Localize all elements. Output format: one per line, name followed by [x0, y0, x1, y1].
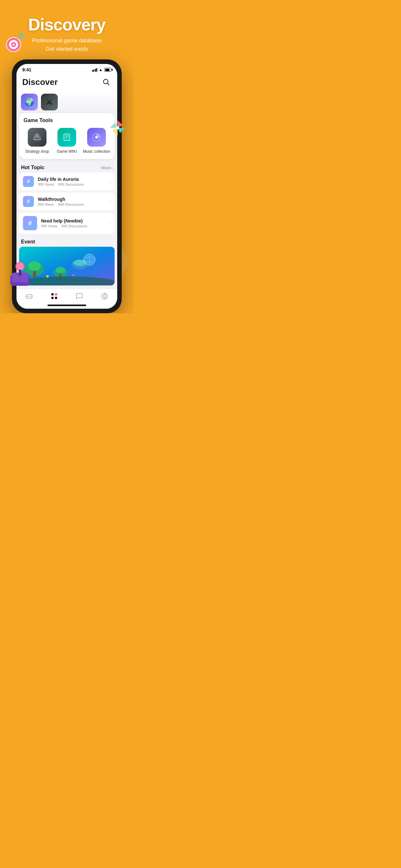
game-wiki-icon	[58, 128, 76, 147]
svg-rect-59	[19, 270, 21, 276]
svg-rect-48	[55, 293, 57, 296]
strategy-shop-icon	[28, 128, 47, 147]
game-tools-card: Game Tools Strategy shop	[19, 113, 115, 159]
hero-title: Discovery	[6, 16, 127, 34]
topic-name-3: Need help (Newbie)	[41, 218, 105, 223]
hot-topic-more[interactable]: More ›	[101, 165, 113, 170]
topic-stats-1: 999 Views 999 Discussions	[38, 182, 105, 186]
signal-bars-icon	[92, 68, 97, 72]
svg-rect-50	[55, 297, 57, 299]
topic-item-1[interactable]: # Daily life in Auroria 999 Views 999 Di…	[19, 173, 115, 190]
topic-chevron-1: ›	[109, 179, 111, 184]
game-thumb-2[interactable]: ⚔	[41, 94, 58, 111]
svg-point-45	[30, 296, 31, 297]
svg-point-13	[116, 126, 119, 129]
event-title: Event	[21, 239, 35, 245]
topic-chevron-2: ›	[109, 199, 111, 204]
svg-point-52	[103, 295, 106, 298]
svg-point-46	[31, 297, 31, 297]
music-collection-icon	[87, 128, 106, 147]
game-tools-title: Game Tools	[22, 118, 112, 123]
phone-wrapper: 9:41 ▲ Discover	[12, 59, 122, 313]
topic-stats-2: 999 Views 999 Discussions	[38, 203, 105, 206]
joystick-decoration	[9, 258, 35, 287]
nav-item-profile[interactable]	[92, 292, 117, 300]
pinwheel-icon	[107, 118, 128, 138]
strategy-shop-label: Strategy shop	[25, 149, 49, 154]
svg-point-25	[95, 136, 98, 138]
svg-line-15	[107, 83, 110, 85]
status-time: 9:41	[22, 67, 31, 72]
battery-fill	[105, 69, 110, 71]
topic-hash-icon-3: #	[23, 216, 37, 230]
hot-topic-title: Hot Topic	[21, 165, 44, 170]
game-wiki-label: Game WIKI	[57, 149, 77, 154]
event-header: Event	[17, 236, 117, 247]
svg-point-36	[56, 267, 65, 273]
hero-header: Discovery Professional game database Get…	[0, 0, 134, 59]
home-indicator	[17, 302, 117, 309]
topic-chevron-3: ›	[109, 221, 111, 226]
app-title: Discover	[22, 77, 58, 87]
nav-item-grid[interactable]	[42, 292, 67, 300]
topic-info-3: Need help (Newbie) 999 Views 999 Discuss…	[41, 218, 105, 228]
topic-name-2: Walkthrough	[38, 197, 105, 202]
battery-icon	[104, 68, 112, 72]
target-icon	[3, 32, 26, 55]
svg-rect-49	[51, 297, 54, 299]
nav-item-gamepad[interactable]	[17, 292, 42, 300]
tool-strategy-shop[interactable]: Strategy shop	[22, 128, 52, 154]
status-icons: ▲	[92, 67, 112, 72]
svg-point-3	[12, 43, 14, 45]
tools-grid: Strategy shop Game WIKI	[22, 128, 112, 154]
topic-info-2: Walkthrough 999 Views 999 Discussions	[38, 197, 105, 206]
svg-point-39	[46, 275, 49, 278]
topic-info-1: Daily life in Auroria 999 Views 999 Disc…	[38, 177, 105, 186]
game-thumb-1[interactable]: 🌍	[21, 94, 38, 111]
svg-point-40	[72, 274, 74, 276]
games-strip: 🌍 ⚔	[17, 91, 117, 113]
status-bar: 9:41 ▲	[17, 64, 117, 74]
topic-item-2[interactable]: # Walkthrough 999 Views 999 Discussions …	[19, 192, 115, 211]
topic-hash-icon-2: #	[23, 196, 34, 207]
hot-topic-header: Hot Topic More ›	[17, 161, 117, 173]
svg-rect-20	[64, 134, 70, 141]
app-header: Discover	[17, 74, 117, 91]
topic-item-3[interactable]: # Need help (Newbie) 999 Views 999 Discu…	[19, 213, 115, 234]
wifi-icon: ▲	[99, 67, 103, 72]
topic-stats-3: 999 Views 999 Discussions	[41, 224, 105, 228]
music-collection-label: Music collection	[83, 149, 111, 154]
tool-game-wiki[interactable]: Game WIKI	[52, 128, 82, 154]
topic-hash-icon-1: #	[23, 176, 34, 187]
topic-name-1: Daily life in Auroria	[38, 177, 105, 182]
home-bar	[48, 305, 86, 306]
search-button[interactable]	[101, 77, 112, 87]
svg-rect-47	[51, 293, 54, 296]
nav-item-chat[interactable]	[67, 292, 92, 300]
svg-point-58	[17, 263, 23, 270]
bottom-nav	[17, 289, 117, 302]
